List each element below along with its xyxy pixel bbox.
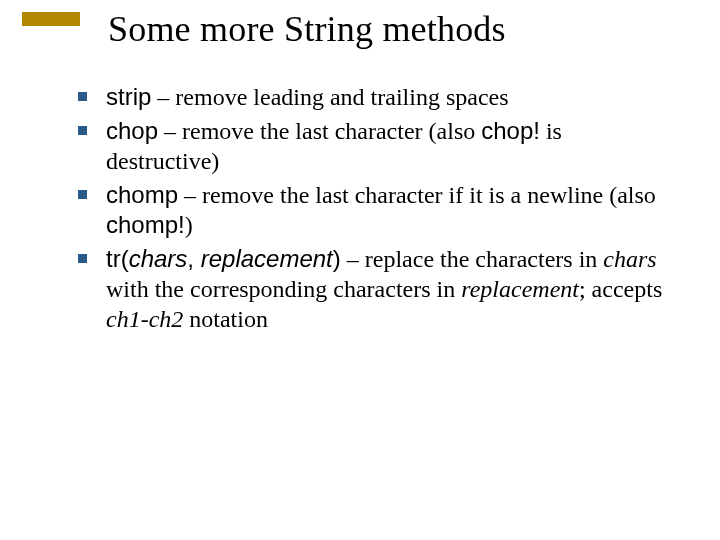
method-name: chop! — [481, 117, 540, 144]
notation-ref: ch1-ch2 — [106, 306, 183, 332]
arg-sep: , — [187, 245, 200, 272]
slide: Some more String methods strip – remove … — [0, 0, 720, 540]
item-text: ) — [185, 212, 193, 238]
item-text: – remove leading and trailing spaces — [151, 84, 508, 110]
item-text: – replace the characters in — [341, 246, 604, 272]
method-name: strip — [106, 83, 151, 110]
list-item: chop – remove the last character (also c… — [78, 116, 678, 176]
square-bullet-icon — [78, 126, 87, 135]
arg-name: replacement — [201, 245, 333, 272]
item-text: – remove the last character (also — [158, 118, 481, 144]
list-item: strip – remove leading and trailing spac… — [78, 82, 678, 112]
sig-paren: ) — [333, 245, 341, 272]
method-name: tr — [106, 245, 121, 272]
square-bullet-icon — [78, 92, 87, 101]
arg-ref: replacement — [461, 276, 579, 302]
item-text: with the corresponding characters in — [106, 276, 461, 302]
list-item: tr(chars, replacement) – replace the cha… — [78, 244, 678, 334]
square-bullet-icon — [78, 254, 87, 263]
item-text: notation — [183, 306, 268, 332]
method-name: chomp! — [106, 211, 185, 238]
accent-bar — [22, 12, 80, 26]
sig-paren: ( — [121, 245, 129, 272]
item-text: – remove the last character if it is a n… — [178, 182, 656, 208]
list-item: chomp – remove the last character if it … — [78, 180, 678, 240]
square-bullet-icon — [78, 190, 87, 199]
arg-ref: chars — [603, 246, 656, 272]
arg-name: chars — [129, 245, 188, 272]
bullet-list: strip – remove leading and trailing spac… — [78, 82, 678, 338]
method-name: chomp — [106, 181, 178, 208]
method-name: chop — [106, 117, 158, 144]
slide-title: Some more String methods — [108, 8, 506, 50]
item-text: ; accepts — [579, 276, 662, 302]
